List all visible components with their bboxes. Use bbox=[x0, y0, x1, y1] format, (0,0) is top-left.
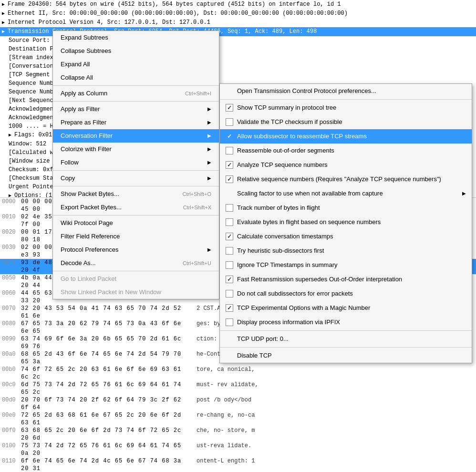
submenu-arrow-follow: ▶ bbox=[207, 158, 211, 167]
submenu-reassemble-oos[interactable]: Reassemble out-of-order segments bbox=[220, 144, 472, 158]
menu-conversation-filter[interactable]: Conversation Filter ▶ bbox=[53, 129, 219, 143]
menu-show-packet-bytes[interactable]: Show Packet Bytes... Ctrl+Shift+O bbox=[53, 187, 219, 201]
checkbox-reassemble-oos bbox=[226, 147, 233, 154]
hex-row-00b0[interactable]: 00b074 6f 72 65 2c 20 63 61 6e 6f 6e 69 … bbox=[0, 366, 476, 381]
checkbox-relative-seq bbox=[226, 175, 233, 183]
menu-divider-2 bbox=[53, 101, 219, 102]
menu-divider-3 bbox=[53, 170, 219, 171]
submenu-divider-2 bbox=[220, 330, 472, 331]
menu-export-packet-bytes[interactable]: Export Packet Bytes... Ctrl+Shift+X bbox=[53, 201, 219, 214]
checkbox-calc-timestamps bbox=[226, 233, 233, 240]
checkbox-validate-checksum bbox=[226, 118, 233, 126]
menu-protocol-prefs[interactable]: Protocol Preferences ▶ bbox=[53, 243, 219, 257]
menu-apply-as-column[interactable]: Apply as Column Ctrl+Shift+I bbox=[53, 87, 219, 100]
submenu-allow-subdissector[interactable]: Allow subdissector to reassemble TCP str… bbox=[220, 129, 472, 144]
submenu-open-prefs[interactable]: Open Transmission Control Protocol prefe… bbox=[220, 84, 472, 98]
menu-copy[interactable]: Copy ▶ bbox=[53, 172, 219, 185]
submenu-disable-tcp[interactable]: Disable TCP bbox=[220, 349, 472, 363]
submenu-scaling-arrow: ▶ bbox=[462, 189, 466, 198]
menu-wiki-protocol[interactable]: Wiki Protocol Page bbox=[53, 216, 219, 230]
detail-row-ip[interactable]: Internet Protocol Version 4, Src: 127.0.… bbox=[0, 18, 476, 27]
submenu-validate-checksum[interactable]: Validate the TCP checksum if possible bbox=[220, 115, 472, 129]
context-menu[interactable]: Expand Subtrees Collapse Subtrees Expand… bbox=[52, 31, 219, 299]
hex-row-0100[interactable]: 010075 73 74 2d 72 65 76 61 6c 69 64 61 … bbox=[0, 442, 476, 457]
hex-row-00c0[interactable]: 00c06d 75 73 74 2d 72 65 76 61 6c 69 64 … bbox=[0, 381, 476, 396]
menu-show-linked[interactable]: Show Linked Packet in New Window bbox=[53, 286, 219, 299]
submenu-show-summary[interactable]: Show TCP summary in protocol tree bbox=[220, 101, 472, 115]
checkbox-analyze-seq bbox=[226, 161, 233, 169]
checkbox-show-summary bbox=[226, 104, 233, 112]
menu-divider-1 bbox=[53, 85, 219, 86]
submenu-heuristic[interactable]: Try heuristic sub-dissectors first bbox=[220, 244, 472, 258]
menu-expand-all[interactable]: Expand All bbox=[53, 58, 219, 71]
submenu-arrow-copy: ▶ bbox=[207, 174, 211, 183]
checkbox-ignore-timestamps bbox=[226, 261, 233, 269]
checkbox-fast-retrans bbox=[226, 276, 233, 283]
submenu-ignore-timestamps[interactable]: Ignore TCP Timestamps in summary bbox=[220, 258, 472, 272]
submenu-analyze-seq[interactable]: Analyze TCP sequence numbers bbox=[220, 158, 472, 172]
menu-collapse-all[interactable]: Collapse All bbox=[53, 71, 219, 84]
menu-follow[interactable]: Follow ▶ bbox=[53, 156, 219, 169]
checkbox-evaluate-bytes bbox=[226, 218, 233, 226]
submenu-fast-retrans[interactable]: Fast Retransmission supersedes Out-of-Or… bbox=[220, 272, 472, 287]
menu-filter-field-ref[interactable]: Filter Field Reference bbox=[53, 230, 219, 243]
submenu-arrow-apply-filter: ▶ bbox=[207, 104, 211, 114]
menu-collapse-subtrees[interactable]: Collapse Subtrees bbox=[53, 44, 219, 58]
submenu-evaluate-bytes[interactable]: Evaluate bytes in flight based on sequen… bbox=[220, 215, 472, 229]
submenu-divider-1 bbox=[220, 99, 472, 100]
hex-row-00e0[interactable]: 00e072 65 2d 63 68 61 6e 67 65 2c 20 6e … bbox=[0, 411, 476, 427]
checkbox-display-process bbox=[226, 318, 233, 326]
submenu-divider-3 bbox=[220, 347, 472, 348]
submenu-scaling-factor[interactable]: Scaling factor to use when not available… bbox=[220, 186, 472, 201]
submenu-udp-port[interactable]: TCP UDP port: 0... bbox=[220, 332, 472, 346]
submenu-display-process[interactable]: Display process information via IPFIX bbox=[220, 315, 472, 329]
hex-row-0110[interactable]: 01106f 6e 74 65 6e 74 2d 4c 65 6e 67 74 … bbox=[0, 457, 476, 472]
menu-divider-6 bbox=[53, 271, 219, 271]
protocol-prefs-submenu[interactable]: Open Transmission Control Protocol prefe… bbox=[219, 83, 472, 363]
menu-go-to-linked[interactable]: Go to Linked Packet bbox=[53, 272, 219, 286]
menu-expand-subtrees[interactable]: Expand Subtrees bbox=[53, 31, 219, 44]
submenu-arrow-colorize: ▶ bbox=[207, 144, 211, 154]
hex-row-00f0[interactable]: 00f063 68 65 2c 20 6e 6f 2d 73 74 6f 72 … bbox=[0, 427, 476, 442]
submenu-track-bytes[interactable]: Track number of bytes in flight bbox=[220, 201, 472, 215]
submenu-tcp-experimental[interactable]: TCP Experimental Options with a Magic Nu… bbox=[220, 301, 472, 315]
detail-row-eth[interactable]: Ethernet II, Src: 00:00:00_00:00:00 (00:… bbox=[0, 9, 476, 18]
menu-decode-as[interactable]: Decode As... Ctrl+Shift+U bbox=[53, 257, 219, 270]
menu-divider-5 bbox=[53, 215, 219, 215]
submenu-arrow-protocol-prefs: ▶ bbox=[207, 245, 211, 255]
checkbox-allow-subdissector bbox=[226, 133, 233, 140]
submenu-no-subdissectors[interactable]: Do not call subdissectors for error pack… bbox=[220, 287, 472, 301]
submenu-arrow-conversation-filter: ▶ bbox=[207, 131, 211, 141]
menu-apply-as-filter[interactable]: Apply as Filter ▶ bbox=[53, 103, 219, 116]
menu-prepare-as-filter[interactable]: Prepare as Filter ▶ bbox=[53, 116, 219, 129]
submenu-relative-seq[interactable]: Relative sequence numbers (Requires "Ana… bbox=[220, 172, 472, 186]
detail-row-frame[interactable]: Frame 204360: 564 bytes on wire (4512 bi… bbox=[0, 0, 476, 9]
hex-row-00d0[interactable]: 00d020 70 6f 73 74 20 2f 62 6f 64 79 3c … bbox=[0, 396, 476, 411]
checkbox-heuristic bbox=[226, 247, 233, 255]
checkbox-track-bytes bbox=[226, 204, 233, 212]
checkbox-no-subdissectors bbox=[226, 290, 233, 298]
submenu-arrow-prepare-filter: ▶ bbox=[207, 118, 211, 127]
menu-colorize-with-filter[interactable]: Colorize with Filter ▶ bbox=[53, 143, 219, 156]
menu-divider-4 bbox=[53, 186, 219, 186]
checkbox-tcp-experimental bbox=[226, 304, 233, 312]
submenu-calc-timestamps[interactable]: Calculate conversation timestamps bbox=[220, 229, 472, 244]
